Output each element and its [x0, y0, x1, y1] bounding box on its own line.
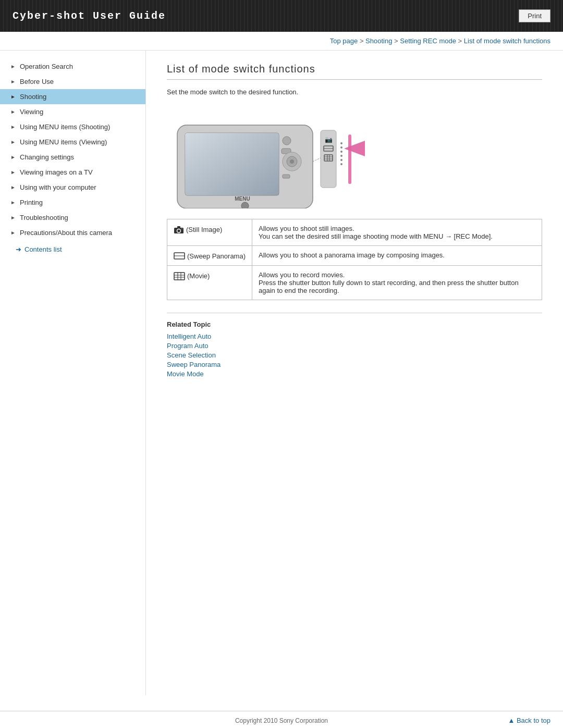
svg-point-21 [340, 142, 342, 144]
chevron-right-icon: ► [10, 230, 17, 236]
camera-diagram-svg: MENU 📷 [167, 104, 407, 208]
svg-rect-35 [174, 273, 185, 280]
movie-icon-cell: (Movie) [167, 266, 252, 300]
table-row-still-image: (Still Image) Allows you to shoot still … [167, 219, 542, 246]
page-header: Cyber-shot User Guide Print [0, 0, 563, 32]
svg-line-28 [313, 158, 321, 162]
main-content: List of mode switch functions Set the mo… [146, 51, 563, 695]
main-layout: ► Operation Search ► Before Use ► Shooti… [0, 51, 563, 695]
print-button[interactable]: Print [519, 9, 550, 22]
related-topic-title: Related Topic [167, 320, 542, 328]
page-title: List of mode switch functions [167, 63, 542, 80]
related-topic-section: Related Topic Intelligent Auto Program A… [167, 313, 542, 378]
svg-point-3 [283, 137, 291, 145]
chevron-right-icon: ► [10, 200, 17, 206]
panorama-icon [174, 252, 185, 260]
chevron-right-icon: ► [10, 154, 17, 161]
related-link-scene-selection[interactable]: Scene Selection [167, 351, 542, 359]
breadcrumb-top-page[interactable]: Top page [330, 37, 358, 45]
svg-text:📷: 📷 [325, 135, 333, 143]
mode-table: (Still Image) Allows you to shoot still … [167, 219, 542, 300]
copyright-text: Copyright 2010 Sony Corporation [192, 717, 371, 724]
svg-rect-9 [283, 175, 290, 178]
camera-illustration: MENU 📷 [167, 104, 542, 208]
related-link-sweep-panorama[interactable]: Sweep Panorama [167, 361, 542, 368]
sidebar-item-changing-settings[interactable]: ► Changing settings [0, 150, 145, 165]
sweep-panorama-icon-cell: (Sweep Panorama) [167, 246, 252, 266]
sidebar-item-viewing-tv[interactable]: ► Viewing images on a TV [0, 165, 145, 180]
sidebar-item-precautions[interactable]: ► Precautions/About this camera [0, 225, 145, 240]
svg-point-25 [340, 159, 342, 161]
chevron-right-icon: ► [10, 215, 17, 221]
still-image-label: (Still Image) [186, 226, 222, 233]
svg-rect-27 [348, 134, 351, 184]
svg-point-5 [241, 202, 249, 208]
page-footer: Copyright 2010 Sony Corporation ▲ Back t… [0, 711, 563, 728]
sidebar-item-using-computer[interactable]: ► Using with your computer [0, 180, 145, 195]
svg-rect-2 [185, 133, 279, 195]
arrow-right-icon: ➜ [16, 245, 21, 253]
contents-list-link[interactable]: ➜ Contents list [0, 240, 145, 258]
related-link-program-auto[interactable]: Program Auto [167, 342, 542, 350]
svg-rect-30 [177, 226, 180, 228]
sidebar-item-before-use[interactable]: ► Before Use [0, 74, 145, 89]
sidebar-item-using-menu-viewing[interactable]: ► Using MENU items (Viewing) [0, 134, 145, 150]
chevron-right-icon: ► [10, 79, 17, 85]
sidebar-item-operation-search[interactable]: ► Operation Search [0, 59, 145, 74]
sidebar-item-viewing[interactable]: ► Viewing [0, 104, 145, 119]
sidebar: ► Operation Search ► Before Use ► Shooti… [0, 51, 146, 695]
svg-point-8 [290, 159, 294, 164]
chevron-right-icon: ► [10, 139, 17, 145]
chevron-right-icon: ► [10, 169, 17, 176]
svg-point-26 [340, 163, 342, 165]
chevron-right-icon: ► [10, 124, 17, 130]
breadcrumb: Top page > Shooting > Setting REC mode >… [0, 32, 563, 51]
related-link-movie-mode[interactable]: Movie Mode [167, 370, 542, 378]
still-image-icon [174, 226, 184, 234]
sweep-panorama-description: Allows you to shoot a panorama image by … [252, 246, 542, 266]
svg-point-32 [181, 228, 182, 229]
sidebar-item-shooting[interactable]: ► Shooting [0, 89, 145, 104]
table-row-sweep-panorama: (Sweep Panorama) Allows you to shoot a p… [167, 246, 542, 266]
chevron-right-icon: ► [10, 64, 17, 70]
back-to-top-link[interactable]: ▲ Back to top [508, 717, 550, 724]
breadcrumb-setting-rec[interactable]: Setting REC mode [400, 37, 456, 45]
sidebar-item-troubleshooting[interactable]: ► Troubleshooting [0, 210, 145, 225]
svg-marker-11 [344, 141, 365, 156]
svg-text:MENU: MENU [235, 196, 250, 202]
table-row-movie: (Movie) Allows you to record movies. Pre… [167, 266, 542, 300]
intro-text: Set the mode switch to the desired funct… [167, 88, 542, 96]
related-link-intelligent-auto[interactable]: Intelligent Auto [167, 332, 542, 340]
chevron-right-icon: ► [10, 94, 17, 100]
still-image-description: Allows you to shoot still images. You ca… [252, 219, 542, 246]
movie-label: (Movie) [187, 272, 210, 280]
movie-icon [174, 272, 185, 280]
svg-point-24 [340, 155, 342, 157]
breadcrumb-list-mode[interactable]: List of mode switch functions [464, 37, 550, 45]
app-title: Cyber-shot User Guide [13, 10, 166, 22]
sweep-panorama-label: (Sweep Panorama) [187, 252, 246, 260]
chevron-right-icon: ► [10, 184, 17, 191]
movie-description: Allows you to record movies. Press the s… [252, 266, 542, 300]
chevron-right-icon: ► [10, 109, 17, 115]
sidebar-item-using-menu-shooting[interactable]: ► Using MENU items (Shooting) [0, 119, 145, 134]
still-image-icon-cell: (Still Image) [167, 219, 252, 246]
svg-point-23 [340, 151, 342, 153]
breadcrumb-shooting[interactable]: Shooting [365, 37, 392, 45]
sidebar-item-printing[interactable]: ► Printing [0, 195, 145, 210]
svg-point-22 [340, 146, 342, 149]
